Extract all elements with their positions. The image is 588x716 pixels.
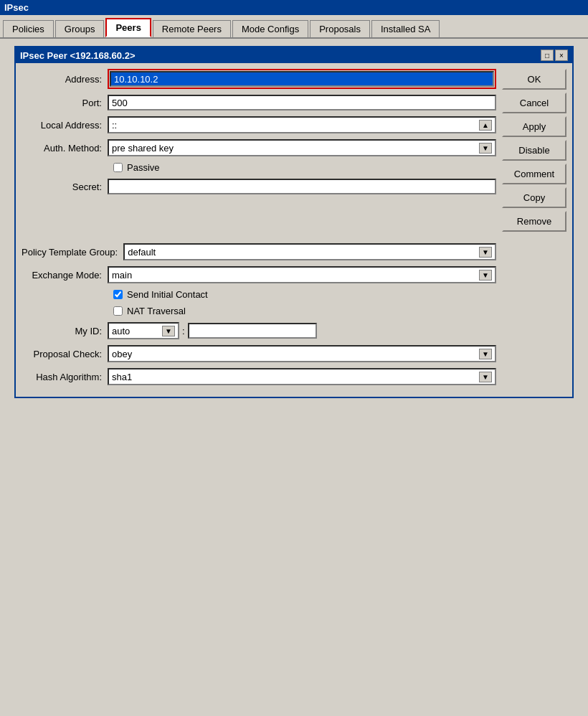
nat-traversal-checkbox[interactable] xyxy=(113,306,123,316)
policy-group-select[interactable]: default ▼ xyxy=(123,243,496,260)
cancel-button[interactable]: Cancel xyxy=(502,93,566,113)
buttons-panel: OK Cancel Apply Disable Comment Copy Rem… xyxy=(502,69,566,391)
send-initial-checkbox[interactable] xyxy=(113,290,123,299)
secret-input[interactable] xyxy=(108,179,496,194)
policy-group-arrow[interactable]: ▼ xyxy=(479,247,492,258)
proposal-check-arrow[interactable]: ▼ xyxy=(479,349,492,359)
local-address-select[interactable]: :: ▲ xyxy=(108,116,496,133)
nat-traversal-row: NAT Traversal xyxy=(22,306,496,316)
dialog-title-buttons: □ × xyxy=(541,50,568,61)
tab-policies[interactable]: Policies xyxy=(3,20,54,37)
tab-mode-configs[interactable]: Mode Configs xyxy=(232,20,308,37)
auth-method-select[interactable]: pre shared key ▼ xyxy=(108,139,496,156)
tab-groups[interactable]: Groups xyxy=(55,20,105,37)
exchange-mode-row: Exchange Mode: main ▼ xyxy=(22,266,496,283)
hash-algorithm-label: Hash Algorithm: xyxy=(22,372,108,382)
remove-button[interactable]: Remove xyxy=(502,211,566,232)
dialog-title-bar: IPsec Peer <192.168.60.2> □ × xyxy=(16,47,572,63)
proposal-check-label: Proposal Check: xyxy=(22,349,108,359)
secret-row: Secret: xyxy=(22,179,496,194)
dialog-body: Address: Port: Local Address: :: ▲ xyxy=(16,63,572,397)
app-title-bar: IPsec xyxy=(0,0,588,15)
nat-traversal-label: NAT Traversal xyxy=(127,306,186,316)
port-label: Port: xyxy=(22,98,108,108)
auth-method-value: pre shared key xyxy=(112,143,174,154)
passive-row: Passive xyxy=(22,162,496,173)
dialog-ipsec-peer: IPsec Peer <192.168.60.2> □ × Address: xyxy=(14,46,574,398)
tab-proposals[interactable]: Proposals xyxy=(310,20,370,37)
hash-algorithm-select[interactable]: sha1 ▼ xyxy=(108,368,496,385)
myid-select[interactable]: auto ▼ xyxy=(108,322,179,339)
auth-method-arrow[interactable]: ▼ xyxy=(479,143,492,154)
main-content: IPsec Peer <192.168.60.2> □ × Address: xyxy=(0,39,588,405)
myid-select-value: auto xyxy=(112,326,130,336)
policy-group-value: default xyxy=(128,247,156,258)
address-input[interactable] xyxy=(110,71,494,87)
tab-remote-peers[interactable]: Remote Peers xyxy=(153,20,231,37)
port-row: Port: xyxy=(22,95,496,110)
ok-button[interactable]: OK xyxy=(502,69,566,90)
tab-installed-sa[interactable]: Installed SA xyxy=(371,20,440,37)
dialog-title-text: IPsec Peer <192.168.60.2> xyxy=(20,50,135,61)
passive-checkbox[interactable] xyxy=(113,163,123,172)
form-area: Address: Port: Local Address: :: ▲ xyxy=(22,69,496,391)
local-address-value: :: xyxy=(112,120,117,131)
tab-peers[interactable]: Peers xyxy=(105,18,151,37)
address-row: Address: xyxy=(22,69,496,89)
exchange-mode-value: main xyxy=(112,270,132,281)
exchange-mode-select[interactable]: main ▼ xyxy=(108,266,496,283)
policy-group-row: Policy Template Group: default ▼ xyxy=(22,243,496,260)
minimize-button[interactable]: □ xyxy=(541,50,554,61)
hash-algorithm-value: sha1 xyxy=(112,372,132,382)
proposal-check-row: Proposal Check: obey ▼ xyxy=(22,345,496,362)
address-highlight-wrapper xyxy=(108,69,496,89)
close-button[interactable]: × xyxy=(555,50,568,61)
app-title: IPsec xyxy=(4,2,29,13)
policy-group-label: Policy Template Group: xyxy=(22,247,123,258)
local-address-row: Local Address: :: ▲ xyxy=(22,116,496,133)
tab-bar: Policies Groups Peers Remote Peers Mode … xyxy=(0,15,588,39)
exchange-mode-label: Exchange Mode: xyxy=(22,270,108,281)
myid-input[interactable] xyxy=(188,323,317,339)
myid-row: My ID: auto ▼ : xyxy=(22,322,496,339)
port-input[interactable] xyxy=(108,95,496,110)
local-address-label: Local Address: xyxy=(22,120,108,131)
secret-label: Secret: xyxy=(22,182,108,192)
comment-button[interactable]: Comment xyxy=(502,164,566,184)
exchange-mode-arrow[interactable]: ▼ xyxy=(479,270,492,281)
hash-algorithm-row: Hash Algorithm: sha1 ▼ xyxy=(22,368,496,385)
passive-label: Passive xyxy=(127,162,160,173)
local-address-arrow[interactable]: ▲ xyxy=(479,120,492,131)
disable-button[interactable]: Disable xyxy=(502,140,566,161)
send-initial-label: Send Initial Contact xyxy=(127,289,208,300)
myid-label: My ID: xyxy=(22,326,108,336)
myid-select-arrow[interactable]: ▼ xyxy=(162,326,175,336)
proposal-check-select[interactable]: obey ▼ xyxy=(108,345,496,362)
apply-button[interactable]: Apply xyxy=(502,116,566,137)
proposal-check-value: obey xyxy=(112,349,132,359)
auth-method-row: Auth. Method: pre shared key ▼ xyxy=(22,139,496,156)
myid-colon: : xyxy=(179,326,188,336)
send-initial-row: Send Initial Contact xyxy=(22,289,496,300)
address-label: Address: xyxy=(22,74,108,85)
section-spacer-2 xyxy=(22,222,496,243)
section-spacer xyxy=(22,200,496,222)
auth-method-label: Auth. Method: xyxy=(22,143,108,154)
hash-algorithm-arrow[interactable]: ▼ xyxy=(479,372,492,382)
copy-button[interactable]: Copy xyxy=(502,187,566,208)
